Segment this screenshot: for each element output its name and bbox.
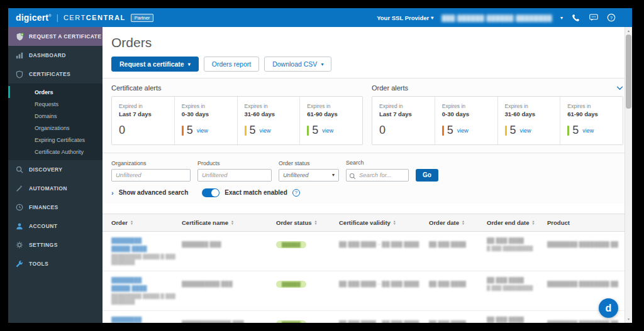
alert-count: 5	[312, 124, 318, 137]
sort-icon[interactable]: ▲▼	[231, 220, 234, 225]
view-link[interactable]: view	[520, 128, 531, 134]
column-header-order-end-date[interactable]: Order end date▲▼	[487, 219, 547, 226]
orders-table: Order▲▼ Certificate name▲▼ Order status▲…	[103, 214, 632, 323]
alert-range-label: Last 7 days	[119, 111, 167, 117]
organizations-input[interactable]	[111, 169, 191, 182]
column-header-order[interactable]: Order▲▼	[111, 219, 182, 226]
sidebar-item-request-a-certificate[interactable]: REQUEST A CERTIFICATE	[8, 27, 103, 46]
help-icon[interactable]: ?	[606, 13, 616, 23]
alerts-section: Certificate alerts Expired in Last 7 day…	[103, 79, 632, 153]
sidebar-item-dashboard[interactable]: DASHBOARD	[8, 46, 103, 65]
order-date: ██ ███ ████	[429, 281, 466, 287]
alert-range-label: 31-60 days	[505, 111, 553, 117]
sidebar-item-domains[interactable]: Domains	[8, 110, 103, 122]
view-link[interactable]: view	[197, 128, 208, 134]
download-csv-button[interactable]: Download CSV ▾	[264, 57, 331, 72]
button-label: Download CSV	[272, 60, 317, 68]
chevron-right-icon: ›	[111, 189, 114, 197]
certificate-validity: ██ ███ ████ – ██ ███ ████	[339, 241, 419, 247]
table-row[interactable]: ████████ █████ ████ █████████ █████ █ ██…	[103, 271, 632, 311]
sidebar-item-tools[interactable]: TOOLS	[8, 254, 103, 273]
bar-chart-icon	[15, 52, 24, 59]
sidebar-item-requests[interactable]: Requests	[8, 98, 103, 110]
order-quick-link[interactable]: █████ ████	[111, 285, 182, 291]
sidebar-item-orders[interactable]: Orders	[8, 86, 103, 98]
digicert-chat-bubble[interactable]: d	[599, 298, 618, 318]
chevron-down-icon[interactable]: ▾	[560, 15, 563, 21]
scroll-up-arrow[interactable]: ▲	[625, 27, 632, 35]
sidebar-item-discovery[interactable]: DISCOVERY	[8, 160, 103, 179]
column-header-order-date[interactable]: Order date▲▼	[429, 219, 487, 226]
order-date: ██ ███ ████	[429, 241, 466, 247]
column-header-certificate-validity[interactable]: Certificate validity▲▼	[339, 219, 429, 226]
main-content: Orders Request a certificate ▾ Orders re…	[103, 27, 632, 323]
order-number-link[interactable]: ████████	[111, 237, 182, 244]
alert-cell-31-60: Expires in 31-60 days 5view	[498, 97, 561, 144]
alert-range-label: 0-30 days	[182, 111, 230, 117]
sidebar-item-expiring-certificates[interactable]: Expiring Certificates	[8, 134, 103, 146]
sidebar-item-automation[interactable]: AUTOMATION	[8, 179, 103, 198]
vertical-scrollbar[interactable]: ▲ ▼	[625, 27, 632, 323]
view-link[interactable]: view	[582, 128, 594, 134]
sidebar-item-settings[interactable]: SETTINGS	[8, 236, 103, 254]
go-button[interactable]: Go	[416, 169, 438, 182]
alert-cell-expired: Expired in Last 7 days 0	[112, 97, 175, 144]
shield-icon	[15, 70, 24, 79]
exact-match-help-icon[interactable]: ?	[292, 189, 300, 197]
sidebar-item-certificate-authority[interactable]: Certificate Authority	[8, 146, 103, 158]
view-link[interactable]: view	[457, 128, 469, 134]
sort-icon[interactable]: ▲▼	[532, 220, 535, 225]
sort-icon[interactable]: ▲▼	[393, 220, 396, 225]
column-header-certificate-name[interactable]: Certificate name▲▼	[182, 219, 276, 226]
products-input[interactable]	[197, 169, 272, 182]
account-menu[interactable]: ███ ██████ ██████ ████████	[441, 14, 552, 21]
sort-icon[interactable]: ▲▼	[130, 220, 133, 225]
sidebar-label: REQUEST A CERTIFICATE	[29, 33, 101, 40]
order-number-link[interactable]: ████████	[111, 277, 182, 283]
order-number-link[interactable]: ████████	[111, 317, 182, 323]
request-certificate-button[interactable]: Request a certificate ▾	[111, 57, 199, 72]
wrench-icon	[15, 260, 24, 268]
sidebar-label: CERTIFICATES	[29, 71, 70, 77]
alert-cell-31-60: Expires in 31-60 days 5view	[238, 97, 301, 144]
sort-icon[interactable]: ▲▼	[314, 220, 318, 225]
certificates-submenu: Orders Requests Domains Organizations Ex…	[8, 84, 103, 160]
table-header: Order▲▼ Certificate name▲▼ Order status▲…	[103, 214, 632, 232]
alert-severity-bar	[505, 126, 507, 136]
sidebar-item-account[interactable]: ACCOUNT	[8, 217, 103, 236]
view-link[interactable]: view	[322, 128, 333, 134]
exact-match-toggle[interactable]	[202, 188, 219, 197]
table-row[interactable]: ████████ █████ ████ █████████ █████ █ ██…	[103, 311, 632, 323]
chevron-down-icon: ▾	[321, 62, 323, 67]
scrollbar-thumb[interactable]	[626, 35, 631, 109]
view-link[interactable]: view	[260, 128, 271, 134]
certificate-name: █████████████ ███	[182, 320, 244, 323]
phone-icon[interactable]	[571, 13, 580, 23]
orders-report-button[interactable]: Orders report	[204, 57, 259, 72]
certificate-alerts-title: Certificate alerts	[111, 84, 161, 92]
alert-range-label: 61-90 days	[567, 111, 616, 117]
sort-icon[interactable]: ▲▼	[462, 220, 465, 225]
alert-severity-bar	[442, 126, 444, 136]
sidebar-item-organizations[interactable]: Organizations	[8, 122, 103, 134]
sidebar-item-finances[interactable]: FINANCES	[8, 198, 103, 217]
product-name: ████████ ████████ ██	[547, 241, 618, 247]
alert-range-label: 61-90 days	[307, 111, 355, 117]
order-end-date-note: █ ███ █████████	[487, 246, 547, 251]
exact-match-label: Exact match enabled	[225, 189, 287, 196]
chat-icon[interactable]	[589, 13, 598, 23]
scroll-down-arrow[interactable]: ▼	[625, 315, 632, 323]
collapse-chevron-icon[interactable]	[616, 86, 623, 90]
table-row[interactable]: ████████ █████ ████ █████████ █████ █ ██…	[103, 232, 632, 271]
top-bar: digicert® | CERTCENTRAL Partner Your SSL…	[8, 8, 632, 27]
ssl-provider-menu[interactable]: Your SSL Provider▾	[377, 14, 433, 21]
order-quick-link[interactable]: █████ ████	[111, 246, 182, 252]
alert-cell-61-90: Expires in 61-90 days 5view	[300, 97, 362, 144]
column-header-order-status[interactable]: Order status▲▼	[276, 219, 339, 226]
partner-badge: Partner	[131, 14, 154, 22]
order-end-date-note: █ ███ █████████	[487, 285, 547, 291]
selected-value: Unfiltered	[283, 171, 309, 178]
sidebar-item-certificates[interactable]: CERTIFICATES	[8, 65, 103, 84]
show-advanced-search-link[interactable]: Show advanced search	[119, 189, 189, 196]
order-status-select[interactable]: Unfiltered ▾	[279, 169, 339, 182]
